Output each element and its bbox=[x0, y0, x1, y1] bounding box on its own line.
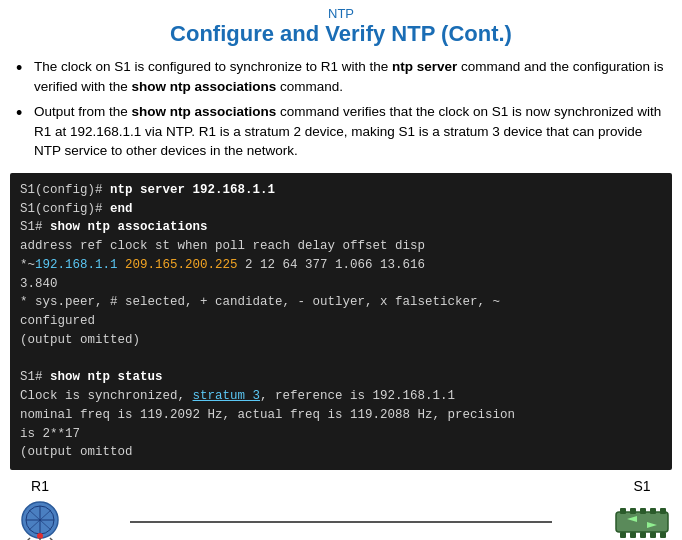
svg-rect-10 bbox=[616, 512, 668, 532]
terminal-line-3: S1# show ntp associations bbox=[20, 218, 662, 237]
terminal-line-11: Clock is synchronized, stratum 3, refere… bbox=[20, 387, 662, 406]
svg-rect-20 bbox=[660, 532, 666, 538]
svg-rect-19 bbox=[650, 532, 656, 538]
device-r1: R1 bbox=[10, 478, 70, 540]
terminal-blank bbox=[20, 350, 662, 369]
bullet-text-2: Output from the show ntp associations co… bbox=[34, 102, 666, 161]
header-title: Configure and Verify NTP (Cont.) bbox=[16, 21, 666, 47]
bullet-list: • The clock on S1 is configured to synch… bbox=[0, 51, 682, 173]
svg-rect-17 bbox=[630, 532, 636, 538]
header-subtitle: NTP bbox=[16, 6, 666, 21]
bullet-item-1: • The clock on S1 is configured to synch… bbox=[16, 57, 666, 96]
svg-rect-15 bbox=[660, 508, 666, 514]
svg-rect-13 bbox=[640, 508, 646, 514]
device-s1: S1 bbox=[612, 478, 672, 540]
terminal-line-8: configured bbox=[20, 312, 662, 331]
svg-rect-12 bbox=[630, 508, 636, 514]
svg-rect-16 bbox=[620, 532, 626, 538]
page-header: NTP Configure and Verify NTP (Cont.) bbox=[0, 0, 682, 51]
line-segment bbox=[130, 521, 552, 523]
terminal-line-7: * sys.peer, # selected, + candidate, - o… bbox=[20, 293, 662, 312]
bullet-item-2: • Output from the show ntp associations … bbox=[16, 102, 666, 161]
bullet-dot-1: • bbox=[16, 57, 34, 80]
svg-rect-18 bbox=[640, 532, 646, 538]
bullet-text-1: The clock on S1 is configured to synchro… bbox=[34, 57, 666, 96]
terminal-line-4: address ref clock st when poll reach del… bbox=[20, 237, 662, 256]
bullet-dot-2: • bbox=[16, 102, 34, 125]
router-icon bbox=[10, 498, 70, 540]
terminal-line-14: (output omittod bbox=[20, 443, 662, 462]
terminal-line-12: nominal freq is 119.2092 Hz, actual freq… bbox=[20, 406, 662, 425]
terminal-block: S1(config)# ntp server 192.168.1.1 S1(co… bbox=[10, 173, 672, 470]
r1-label: R1 bbox=[31, 478, 49, 494]
svg-rect-14 bbox=[650, 508, 656, 514]
svg-rect-11 bbox=[620, 508, 626, 514]
s1-label: S1 bbox=[633, 478, 650, 494]
connection-line bbox=[130, 521, 552, 523]
terminal-line-10: S1# show ntp status bbox=[20, 368, 662, 387]
terminal-line-2: S1(config)# end bbox=[20, 200, 662, 219]
network-diagram: R1 S1 bbox=[0, 470, 682, 540]
terminal-line-1: S1(config)# ntp server 192.168.1.1 bbox=[20, 181, 662, 200]
terminal-line-5: *~192.168.1.1 209.165.200.225 2 12 64 37… bbox=[20, 256, 662, 275]
switch-icon bbox=[612, 498, 672, 540]
terminal-line-6: 3.840 bbox=[20, 275, 662, 294]
terminal-line-13: is 2**17 bbox=[20, 425, 662, 444]
terminal-line-9: (output omitted) bbox=[20, 331, 662, 350]
